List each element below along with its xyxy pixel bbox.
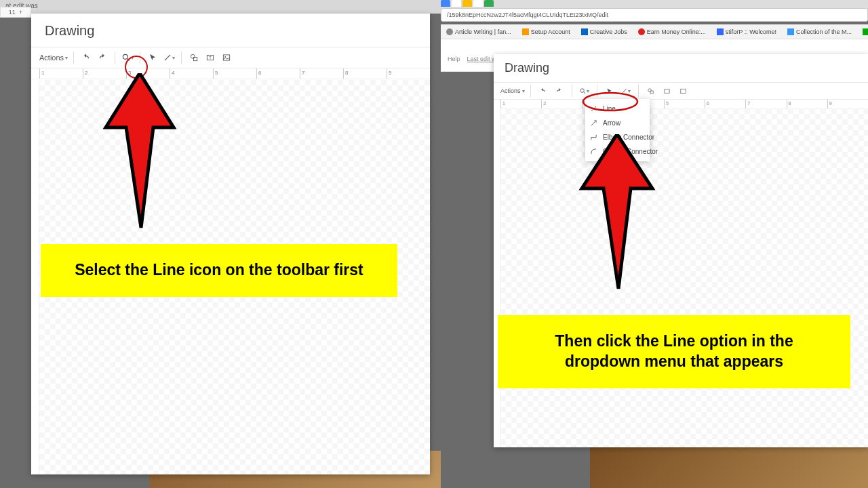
zoom-button[interactable]: ▾ [578, 84, 591, 98]
bookmark-article[interactable]: Article Writing | fan... [446, 28, 511, 35]
elbow-connector-icon [589, 133, 597, 141]
textbox-tool[interactable]: T [203, 51, 217, 64]
redo-button[interactable] [96, 51, 109, 64]
line-icon [589, 104, 597, 113]
instruction-callout: Then click the Line option in the dropdo… [498, 315, 850, 388]
background-photo-right [590, 447, 868, 488]
curved-connector-icon [589, 147, 597, 155]
menu-item-elbow[interactable]: Elbow Connector [585, 130, 650, 144]
bookmark-setup[interactable]: Setup Account [522, 28, 570, 35]
undo-button[interactable] [79, 51, 93, 64]
svg-point-0 [123, 54, 127, 59]
svg-line-11 [622, 89, 626, 93]
bookmark-collection[interactable]: Collection of the M... [787, 28, 852, 35]
horizontal-ruler: 1 2 3 4 5 6 7 8 9 [31, 68, 430, 79]
arrow-icon [589, 119, 597, 127]
svg-point-9 [580, 88, 585, 92]
svg-line-17 [591, 121, 595, 125]
svg-line-2 [165, 55, 170, 60]
line-dropdown: Line Arrow Elbow Connector Curved Connec… [585, 99, 650, 161]
actions-menu[interactable]: Actions▾ [500, 87, 525, 94]
shape-tool[interactable] [187, 51, 201, 64]
bookmark-earn[interactable]: Earn Money Online:... [638, 28, 706, 35]
dialog-title: Drawing [494, 54, 868, 82]
svg-line-10 [584, 92, 585, 93]
bookmarks-bar: Article Writing | fan... Setup Account C… [441, 24, 868, 39]
drawing-dialog-right: Drawing Actions▾ ▾ ▾ 1 2 3 4 5 6 7 8 9 L… [494, 54, 868, 447]
url-text: /159k8nEpHccNzw2JT4l5acMfqgt4CLUIdqTLEt2… [447, 12, 608, 18]
drawing-toolbar: Actions▾ ▾ ▾ T [31, 47, 430, 68]
drawing-toolbar: Actions▾ ▾ ▾ [494, 82, 868, 100]
textbox-tool[interactable] [660, 84, 674, 98]
svg-rect-14 [665, 89, 669, 93]
select-tool[interactable] [603, 84, 616, 98]
menu-item-curved[interactable]: Curved Connector [585, 144, 650, 159]
undo-button[interactable] [536, 84, 550, 98]
bookmark-creative[interactable]: Creative Jobs [581, 28, 627, 35]
bookmark-stiforp[interactable]: stiforP :: Welcome! [717, 28, 776, 35]
font-size-box: 11 + [0, 7, 31, 18]
svg-rect-15 [681, 89, 686, 93]
svg-line-1 [127, 59, 130, 61]
dialog-title: Drawing [31, 14, 430, 47]
select-tool[interactable] [146, 51, 159, 64]
url-bar[interactable]: /159k8nEpHccNzw2JT4l5acMfqgt4CLUIdqTLEt2… [441, 8, 868, 22]
help-menu[interactable]: Help [448, 56, 460, 62]
browser-tabs [441, 0, 868, 8]
drawing-dialog-left: Drawing Actions▾ ▾ ▾ T 1 2 3 4 5 6 7 8 9… [31, 14, 430, 474]
svg-text:T: T [209, 56, 212, 60]
instruction-callout: Select the Line icon on the toolbar firs… [41, 244, 397, 297]
bookmark-newsubs[interactable]: New Subsc [863, 28, 868, 35]
horizontal-ruler: 1 2 3 4 5 6 7 8 9 [494, 100, 868, 109]
svg-point-3 [191, 54, 195, 58]
image-tool[interactable] [677, 84, 690, 98]
svg-rect-7 [223, 55, 229, 60]
drawing-canvas[interactable] [500, 108, 868, 447]
menu-item-line[interactable]: Line [585, 102, 650, 116]
menu-item-arrow[interactable]: Arrow [585, 116, 650, 130]
svg-point-12 [648, 88, 652, 92]
vertical-ruler [31, 80, 39, 474]
line-tool[interactable]: ▾ [162, 51, 176, 64]
font-size-value: 11 [9, 9, 16, 16]
zoom-button[interactable]: ▾ [121, 51, 134, 64]
vertical-ruler [494, 108, 500, 447]
shape-tool[interactable] [644, 84, 658, 98]
image-tool[interactable] [220, 51, 233, 64]
redo-button[interactable] [553, 84, 566, 98]
line-tool[interactable]: ▾ [619, 84, 633, 98]
svg-line-16 [591, 106, 595, 110]
actions-menu[interactable]: Actions▾ [39, 54, 68, 62]
